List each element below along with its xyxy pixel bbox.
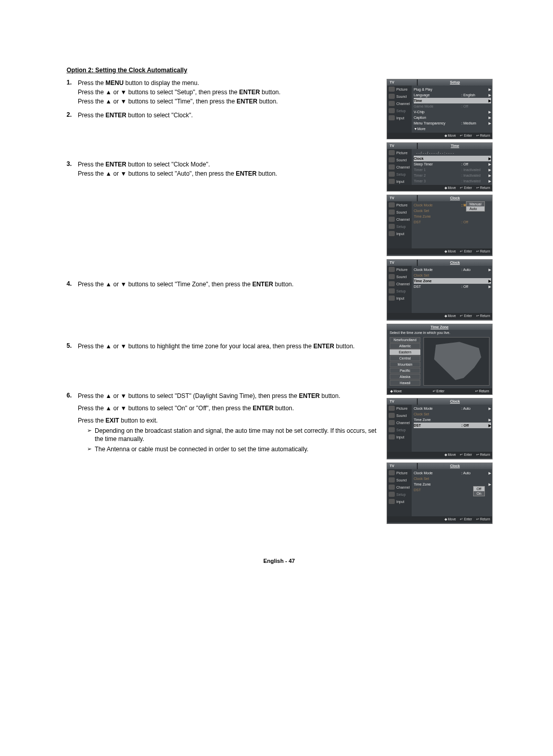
osd-timezone-picker: Time Zone Select the time zone in which … <box>387 324 493 395</box>
menu-row-selected[interactable]: Time▶ <box>414 98 491 103</box>
menu-row: Clock Set <box>414 272 491 278</box>
menu-row-selected[interactable]: Time Zone▶ <box>414 278 491 284</box>
note: ➢ Depending on the broadcast station and… <box>87 427 377 443</box>
channel-icon <box>389 164 395 170</box>
osd-sidebar: Picture Sound Channel Setup Input <box>387 86 412 133</box>
timezone-option[interactable]: Central <box>390 355 420 361</box>
setup-icon <box>389 172 395 177</box>
clock-mode-dropdown[interactable]: Manual Auto <box>466 201 485 212</box>
input-icon <box>389 434 395 439</box>
timezone-map <box>423 337 490 386</box>
osd-subtitle: Select the time zone in which you live. <box>387 330 492 335</box>
menu-row[interactable]: ▼More <box>414 126 491 132</box>
dropdown-option[interactable]: On <box>474 491 484 496</box>
menu-row[interactable]: Sleep Timer: Off▶ <box>414 161 491 167</box>
menu-row: Clock Set <box>414 476 491 481</box>
step-3: 3. Press the ENTER button to select "Clo… <box>67 160 377 179</box>
step-number: 4. <box>67 280 78 289</box>
menu-row[interactable]: Clock Mode: Auto▶ <box>414 470 491 476</box>
menu-row[interactable]: Time Zone▶ <box>414 417 491 423</box>
timezone-list: Newfoundland Atlantic Eastern Central Mo… <box>390 337 420 386</box>
menu-row[interactable]: Plug & Play▶ <box>414 87 491 92</box>
dropdown-option-selected[interactable]: Off <box>474 487 484 491</box>
channel-icon <box>389 485 395 490</box>
step-number: 6. <box>67 392 78 455</box>
setup-icon <box>389 288 395 293</box>
channel-icon <box>389 101 395 106</box>
menu-row-selected[interactable]: Clock▶ <box>414 156 491 161</box>
osd-title: Setup <box>418 79 492 86</box>
sound-icon <box>389 157 395 162</box>
picture-icon <box>389 202 395 207</box>
osd-column: TV Setup Picture Sound Channel Setup Inp… <box>387 79 492 527</box>
menu-row[interactable]: Clock Mode: Auto▶ <box>414 267 491 272</box>
menu-row[interactable]: Language: English▶ <box>414 92 491 98</box>
picture-icon <box>389 87 395 92</box>
sound-icon <box>389 94 395 99</box>
step-4: 4. Press the ▲ or ▼ buttons to select "T… <box>67 280 377 289</box>
note-icon: ➢ <box>87 427 92 443</box>
menu-row: Timer 1: Inactivated▶ <box>414 167 491 173</box>
channel-icon <box>389 281 395 286</box>
osd-clock-mode: TV Clock Picture Sound Channel Setup Inp… <box>387 195 493 256</box>
timezone-option[interactable]: Pacific <box>390 368 420 373</box>
step-6: 6. Press the ▲ or ▼ buttons to select "D… <box>67 392 377 455</box>
clock-display: - - / - - / - - - - / - - : - - - - <box>414 150 491 156</box>
setup-icon <box>389 224 395 229</box>
dropdown-option[interactable]: Manual <box>466 202 484 206</box>
setup-icon <box>389 492 395 497</box>
menu-row[interactable]: Caption▶ <box>414 115 491 120</box>
menu-row: Clock Set <box>414 411 491 417</box>
input-icon <box>389 115 395 120</box>
input-icon <box>389 231 395 236</box>
osd-time: TV Time Picture Sound Channel Setup Inpu… <box>387 142 493 192</box>
page-footer: English - 47 <box>67 558 492 564</box>
menu-row[interactable]: DST: Off▶ <box>414 284 491 289</box>
step-number: 3. <box>67 160 78 179</box>
timezone-option[interactable]: Mountain <box>390 362 420 367</box>
menu-row[interactable]: V-Chip▶ <box>414 109 491 115</box>
osd-setup: TV Setup Picture Sound Channel Setup Inp… <box>387 79 493 139</box>
dst-dropdown[interactable]: Off On <box>473 486 485 496</box>
timezone-option[interactable]: Hawaii <box>390 380 420 386</box>
menu-row[interactable]: Menu Transparency: Medium▶ <box>414 120 491 126</box>
picture-icon <box>389 267 395 272</box>
menu-row: Timer 2: Inactivated▶ <box>414 173 491 178</box>
section-title: Option 2: Setting the Clock Automaticall… <box>67 67 492 74</box>
instructions-column: 1. Press the MENU button to display the … <box>67 79 377 527</box>
menu-row[interactable]: Clock Mode: Auto▶ <box>414 406 491 411</box>
note: ➢ The Antenna or cable must be connected… <box>87 445 377 453</box>
osd-clock-dst-options: TV Clock Picture Sound Channel Setup Inp… <box>387 463 493 524</box>
menu-row: Timer 3: Inactivated▶ <box>414 178 491 184</box>
menu-row: Game Mode: Off <box>414 103 491 109</box>
menu-row: DST: Off <box>414 219 491 225</box>
osd-clock-timezone: TV Clock Picture Sound Channel Setup Inp… <box>387 259 493 321</box>
dropdown-option-selected[interactable]: Auto <box>466 206 484 211</box>
timezone-option[interactable]: Alaska <box>390 374 420 380</box>
picture-icon <box>389 150 395 155</box>
step-2: 2. Press the ENTER button to select "Clo… <box>67 111 377 120</box>
setup-icon <box>389 108 395 113</box>
sound-icon <box>389 274 395 279</box>
step-5: 5. Press the ▲ or ▼ buttons to highlight… <box>67 342 377 351</box>
input-icon <box>389 296 395 301</box>
setup-icon <box>389 427 395 432</box>
channel-icon <box>389 217 395 222</box>
step-number: 2. <box>67 111 78 120</box>
timezone-option[interactable]: Newfoundland <box>390 337 420 343</box>
osd-footer: ◆ Move ↵ Enter ↩ Return <box>387 133 492 139</box>
timezone-option-selected[interactable]: Eastern <box>390 349 420 355</box>
menu-row-selected[interactable]: DST: Off▶ <box>414 423 491 428</box>
step-number: 5. <box>67 342 78 351</box>
note-icon: ➢ <box>87 445 92 453</box>
sound-icon <box>389 477 395 482</box>
menu-row: Time Zone <box>414 214 491 219</box>
osd-clock-dst: TV Clock Picture Sound Channel Setup Inp… <box>387 398 493 459</box>
osd-tv-label: TV <box>387 79 417 86</box>
step-number: 1. <box>67 79 78 107</box>
step-1: 1. Press the MENU button to display the … <box>67 79 377 107</box>
timezone-option[interactable]: Atlantic <box>390 343 420 349</box>
channel-icon <box>389 420 395 425</box>
picture-icon <box>389 470 395 475</box>
input-icon <box>389 179 395 184</box>
